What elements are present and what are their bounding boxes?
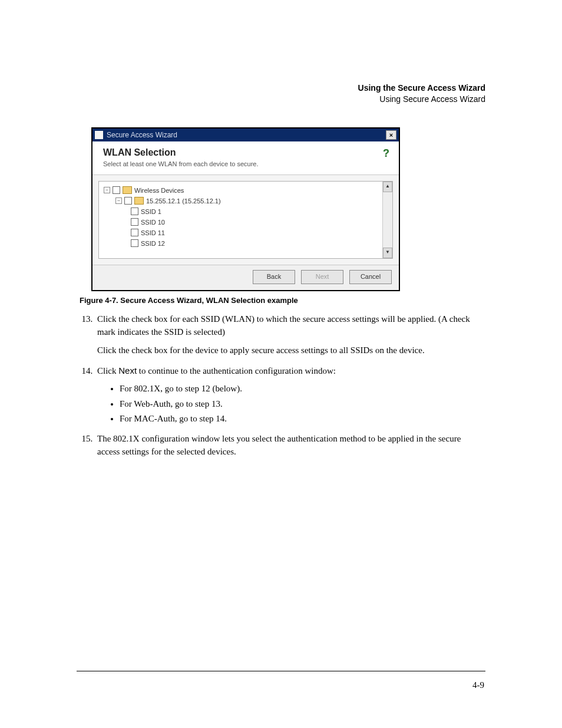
step-13-text-b: Click the check box for the device to ap… xyxy=(97,344,485,357)
dialog-subheading: Select at least one WLAN from each devic… xyxy=(103,160,259,167)
ssid-label: SSID 1 xyxy=(141,208,161,215)
checkbox-ssid[interactable] xyxy=(131,207,138,215)
figure-caption: Figure 4-7. Secure Access Wizard, WLAN S… xyxy=(80,296,485,305)
tree-device[interactable]: − 15.255.12.1 (15.255.12.1) xyxy=(104,196,389,206)
collapse-icon[interactable]: − xyxy=(115,197,122,204)
titlebar-left: Secure Access Wizard xyxy=(95,131,177,139)
scrollbar[interactable]: ▲ ▼ xyxy=(382,182,392,258)
dialog-header: WLAN Selection Select at least one WLAN … xyxy=(92,141,399,175)
footer-rule xyxy=(77,671,485,671)
tree-ssid[interactable]: SSID 1 xyxy=(104,206,389,217)
tree-device-label: 15.255.12.1 (15.255.12.1) xyxy=(146,197,221,205)
scroll-up-icon[interactable]: ▲ xyxy=(383,182,392,192)
folder-icon xyxy=(134,197,144,205)
close-icon[interactable]: × xyxy=(386,130,396,140)
tree-ssid[interactable]: SSID 10 xyxy=(104,217,389,228)
header-subtitle: Using Secure Access Wizard xyxy=(80,94,485,105)
collapse-icon[interactable]: − xyxy=(104,187,110,193)
step-13: Click the check box for each SSID (WLAN)… xyxy=(95,313,485,357)
bullet: For MAC-Auth, go to step 14. xyxy=(120,413,485,426)
checkbox-device[interactable] xyxy=(124,197,132,205)
dialog-header-text: WLAN Selection Select at least one WLAN … xyxy=(103,147,259,167)
scroll-down-icon[interactable]: ▼ xyxy=(383,248,392,258)
checkbox-ssid[interactable] xyxy=(131,218,138,226)
next-button[interactable]: Next xyxy=(301,270,343,284)
step-14-next-word: Next xyxy=(118,365,137,375)
step-14-lead-b: to continue to the authentication config… xyxy=(137,366,336,375)
checkbox-ssid[interactable] xyxy=(131,239,138,247)
step-14: Click Next to continue to the authentica… xyxy=(95,364,485,426)
dialog-heading: WLAN Selection xyxy=(103,147,259,158)
tree-ssid[interactable]: SSID 11 xyxy=(104,228,389,238)
folder-icon xyxy=(123,186,132,194)
dialog-titlebar: Secure Access Wizard × xyxy=(92,129,399,141)
page-number: 4-9 xyxy=(472,680,484,690)
dialog-footer: Back Next Cancel xyxy=(92,265,399,290)
checkbox-root[interactable] xyxy=(113,186,120,194)
cancel-button[interactable]: Cancel xyxy=(349,270,392,284)
header-title: Using the Secure Access Wizard xyxy=(80,83,485,94)
page: Using the Secure Access Wizard Using Sec… xyxy=(0,0,562,728)
help-icon[interactable]: ? xyxy=(383,147,389,167)
secure-access-wizard-dialog: Secure Access Wizard × WLAN Selection Se… xyxy=(91,127,400,291)
step-15-text: The 802.1X configuration window lets you… xyxy=(97,434,461,456)
dialog-title: Secure Access Wizard xyxy=(107,131,177,139)
wlan-tree: − Wireless Devices − 15.255.12.1 (15.255… xyxy=(98,181,393,259)
step-14-lead-a: Click xyxy=(97,366,118,375)
running-header: Using the Secure Access Wizard Using Sec… xyxy=(80,83,485,105)
tree-root[interactable]: − Wireless Devices xyxy=(104,185,389,196)
dialog-figure: Secure Access Wizard × WLAN Selection Se… xyxy=(91,127,485,291)
bullet: For 802.1X, go to step 12 (below). xyxy=(120,383,485,396)
ssid-label: SSID 10 xyxy=(141,219,165,226)
tree-ssid[interactable]: SSID 12 xyxy=(104,238,389,249)
back-button[interactable]: Back xyxy=(253,270,295,284)
step-13-text-a: Click the check box for each SSID (WLAN)… xyxy=(97,314,470,337)
app-icon xyxy=(95,131,103,139)
ssid-label: SSID 11 xyxy=(141,229,165,236)
checkbox-ssid[interactable] xyxy=(131,229,138,236)
bullet: For Web-Auth, go to step 13. xyxy=(120,398,485,411)
ssid-label: SSID 12 xyxy=(141,240,165,247)
step-list: Click the check box for each SSID (WLAN)… xyxy=(80,313,485,459)
step-14-bullets: For 802.1X, go to step 12 (below). For W… xyxy=(97,383,485,426)
step-15: The 802.1X configuration window lets you… xyxy=(95,433,485,459)
tree-root-label: Wireless Devices xyxy=(134,187,184,194)
